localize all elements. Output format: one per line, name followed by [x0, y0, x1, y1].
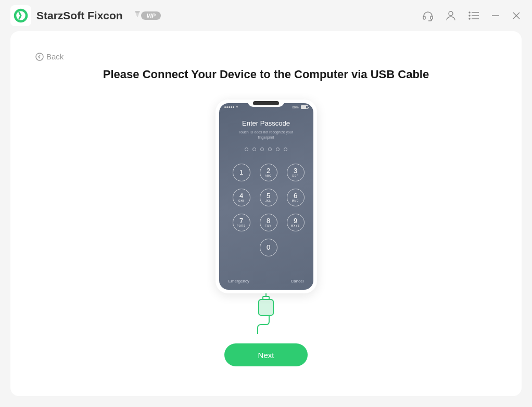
- menu-icon[interactable]: [467, 9, 480, 22]
- passcode-subtitle: Touch ID does not recognize your fingerp…: [219, 130, 313, 140]
- key-0: 0: [260, 239, 277, 256]
- user-icon[interactable]: [445, 9, 457, 22]
- key-6: 6MNO: [287, 189, 305, 206]
- key-7: 7PQRS: [233, 214, 250, 231]
- title-bar: StarzSoft Fixcon VIP: [0, 0, 532, 31]
- passcode-dots: [219, 147, 313, 151]
- svg-point-8: [469, 15, 470, 16]
- keypad: 1 2ABC 3DEF 4GHI 5JKL 6MNO 7PQRS 8TUV 9W…: [219, 164, 313, 256]
- title-left: StarzSoft Fixcon VIP: [10, 5, 162, 26]
- key-2: 2ABC: [260, 164, 277, 181]
- svg-rect-4: [430, 16, 433, 19]
- phone-notch: [248, 100, 284, 107]
- emergency-label: Emergency: [229, 279, 249, 283]
- back-button[interactable]: Back: [35, 52, 64, 61]
- battery-pct: 80%: [292, 106, 298, 109]
- phone-bottom-row: Emergency Cancel: [219, 279, 313, 283]
- svg-text:VIP: VIP: [146, 13, 156, 19]
- back-icon: [35, 53, 44, 61]
- cancel-label: Cancel: [291, 279, 304, 283]
- minimize-icon[interactable]: [490, 10, 501, 21]
- app-logo: [10, 5, 31, 26]
- svg-point-15: [36, 53, 43, 60]
- key-3: 3DEF: [287, 164, 305, 181]
- back-label: Back: [46, 52, 64, 61]
- phone-screen: ᯤ 80% Enter Passcode Touch ID does not r…: [219, 103, 313, 290]
- next-button[interactable]: Next: [224, 343, 308, 366]
- vip-badge[interactable]: VIP: [131, 9, 162, 22]
- key-8: 8TUV: [260, 214, 277, 231]
- battery-icon: [301, 105, 308, 109]
- logo-icon: [14, 8, 28, 23]
- phone-illustration: ᯤ 80% Enter Passcode Touch ID does not r…: [216, 100, 317, 293]
- key-4: 4GHI: [233, 189, 250, 206]
- svg-point-5: [449, 11, 453, 16]
- svg-point-6: [469, 12, 470, 13]
- battery-status: 80%: [292, 105, 308, 109]
- svg-rect-3: [423, 16, 425, 19]
- svg-rect-18: [259, 300, 273, 315]
- support-icon[interactable]: [422, 9, 434, 22]
- phone-container: ᯤ 80% Enter Passcode Touch ID does not r…: [31, 100, 501, 366]
- vip-icon: VIP: [131, 9, 162, 22]
- close-icon[interactable]: [511, 10, 522, 21]
- title-right: [422, 9, 522, 22]
- key-9: 9WXYZ: [287, 214, 305, 231]
- signal-icon: ᯤ: [224, 105, 239, 109]
- app-title: StarzSoft Fixcon: [36, 9, 123, 22]
- key-5: 5JKL: [260, 189, 277, 206]
- svg-point-10: [469, 18, 470, 19]
- usb-cable-icon: [256, 292, 276, 334]
- main-card: Back Please Connect Your Device to the C…: [10, 31, 522, 396]
- key-1: 1: [233, 164, 250, 181]
- passcode-title: Enter Passcode: [219, 119, 313, 127]
- page-heading: Please Connect Your Device to the Comput…: [31, 68, 501, 81]
